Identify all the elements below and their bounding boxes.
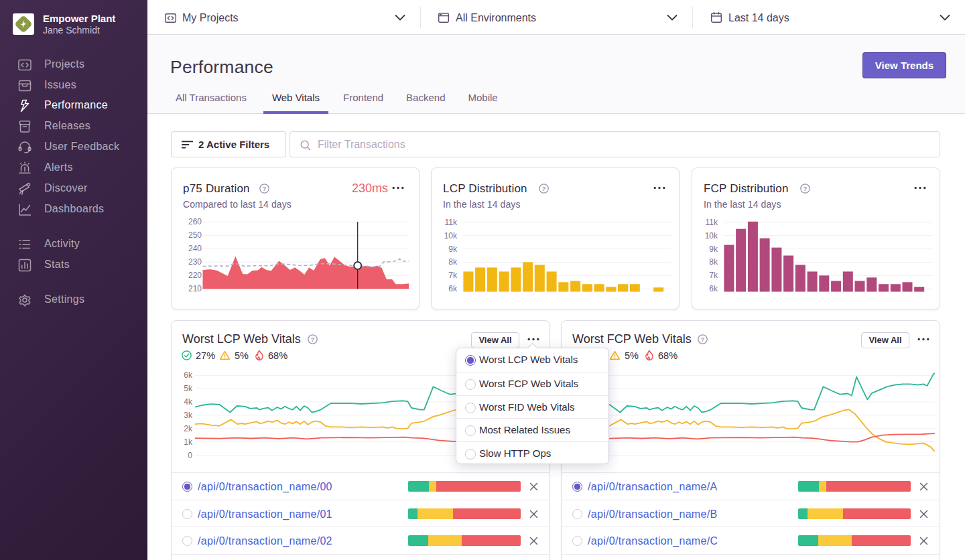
svg-text:260: 260 bbox=[188, 217, 202, 226]
svg-text:11k: 11k bbox=[445, 218, 458, 227]
svg-text:4k: 4k bbox=[184, 397, 193, 407]
svg-text:6k: 6k bbox=[709, 284, 718, 293]
svg-text:?: ? bbox=[542, 185, 546, 192]
svg-text:210: 210 bbox=[188, 284, 202, 293]
svg-text:3k: 3k bbox=[184, 411, 193, 420]
svg-text:?: ? bbox=[263, 185, 267, 192]
svg-text:7k: 7k bbox=[448, 271, 458, 280]
svg-text:6k: 6k bbox=[184, 370, 193, 380]
svg-text:8k: 8k bbox=[709, 257, 718, 267]
svg-text:220: 220 bbox=[188, 271, 202, 280]
svg-text:11k: 11k bbox=[706, 218, 718, 227]
svg-text:0: 0 bbox=[188, 451, 192, 460]
svg-text:6k: 6k bbox=[448, 284, 458, 293]
svg-text:250: 250 bbox=[188, 230, 202, 240]
svg-text:?: ? bbox=[803, 185, 808, 192]
svg-text:?: ? bbox=[701, 336, 705, 343]
svg-text:?: ? bbox=[311, 336, 315, 343]
svg-text:9k: 9k bbox=[709, 244, 718, 254]
svg-text:10k: 10k bbox=[444, 231, 458, 240]
svg-text:240: 240 bbox=[188, 244, 202, 253]
svg-text:9k: 9k bbox=[448, 244, 458, 254]
svg-text:8k: 8k bbox=[448, 257, 458, 267]
svg-text:5k: 5k bbox=[184, 384, 193, 393]
svg-text:1k: 1k bbox=[184, 437, 193, 447]
svg-text:2k: 2k bbox=[184, 424, 193, 433]
svg-text:7k: 7k bbox=[709, 271, 718, 280]
svg-text:10k: 10k bbox=[705, 231, 718, 240]
svg-text:230: 230 bbox=[188, 257, 202, 267]
